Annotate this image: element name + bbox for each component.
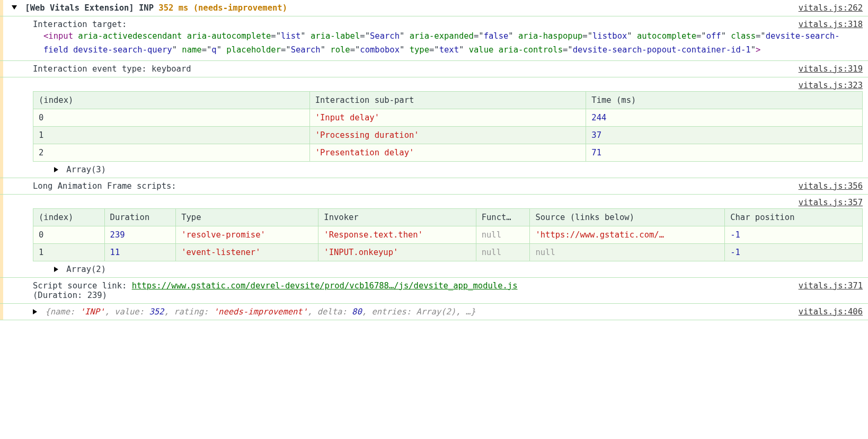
object-preview[interactable]: {name: 'INP', value: 352, rating: 'needs… bbox=[45, 307, 475, 317]
th-charpos: Char position bbox=[725, 208, 863, 226]
log-script-source-link: Script source link: https://www.gstatic.… bbox=[0, 277, 868, 304]
header-metric: INP bbox=[139, 3, 154, 13]
source-link[interactable]: vitals.js:262 bbox=[799, 3, 863, 13]
event-type-text: Interaction event type: keyboard bbox=[12, 64, 784, 74]
interaction-subparts-table: (index) Interaction sub-part Time (ms) 0… bbox=[33, 91, 863, 162]
script-link-prefix: Script source link: bbox=[33, 281, 132, 291]
th-time: Time (ms) bbox=[586, 91, 863, 109]
source-link[interactable]: vitals.js:371 bbox=[799, 281, 863, 291]
laf-label: Long Animation Frame scripts: bbox=[12, 181, 784, 191]
th-funct: Funct… bbox=[476, 208, 530, 226]
header-prefix: [Web Vitals Extension] bbox=[25, 3, 134, 13]
th-source: Source (links below) bbox=[530, 208, 725, 226]
expand-array-icon[interactable] bbox=[54, 167, 58, 172]
log-laf-label: Long Animation Frame scripts: vitals.js:… bbox=[0, 178, 868, 195]
table-row: 1'Processing duration'37 bbox=[33, 126, 863, 144]
log-table-laf-scripts: vitals.js:357 (index) Duration Type Invo… bbox=[0, 194, 868, 278]
table-row: 2'Presentation delay'71 bbox=[33, 144, 863, 161]
log-table-interaction-parts: vitals.js:323 (index) Interaction sub-pa… bbox=[0, 77, 868, 178]
th-type: Type bbox=[176, 208, 318, 226]
source-link[interactable]: vitals.js:319 bbox=[799, 64, 863, 74]
header-value: 352 ms (needs-improvement) bbox=[158, 3, 287, 13]
table-row: 0'Input delay'244 bbox=[33, 109, 863, 126]
expand-toggle-icon[interactable] bbox=[12, 5, 17, 10]
source-link[interactable]: vitals.js:323 bbox=[799, 81, 863, 90]
source-link[interactable]: vitals.js:357 bbox=[799, 198, 863, 207]
interaction-target-label: Interaction target: bbox=[12, 20, 784, 29]
laf-scripts-table: (index) Duration Type Invoker Funct… Sou… bbox=[33, 208, 863, 261]
th-subpart: Interaction sub-part bbox=[309, 91, 586, 109]
log-interaction-target: Interaction target: vitals.js:318 <input… bbox=[0, 16, 868, 61]
array-summary[interactable]: Array(3) bbox=[66, 165, 106, 174]
source-link[interactable]: vitals.js:318 bbox=[799, 20, 863, 29]
table-row: 111'event-listener''INPUT.onkeyup'nullnu… bbox=[33, 243, 863, 261]
log-event-type: Interaction event type: keyboard vitals.… bbox=[0, 60, 868, 77]
array-summary[interactable]: Array(2) bbox=[66, 265, 106, 274]
source-link[interactable]: vitals.js:406 bbox=[799, 307, 863, 317]
source-link[interactable]: vitals.js:356 bbox=[799, 181, 863, 191]
interaction-target-element[interactable]: <input aria-activedescendant aria-autoco… bbox=[12, 29, 863, 57]
script-duration: (Duration: 239) bbox=[33, 291, 518, 300]
th-index: (index) bbox=[33, 208, 105, 226]
expand-object-icon[interactable] bbox=[33, 309, 37, 314]
th-index: (index) bbox=[33, 91, 310, 109]
script-source-url[interactable]: https://www.gstatic.com/devrel-devsite/p… bbox=[132, 281, 518, 291]
th-duration: Duration bbox=[104, 208, 176, 226]
expand-array-icon[interactable] bbox=[54, 267, 58, 272]
log-object-summary[interactable]: {name: 'INP', value: 352, rating: 'needs… bbox=[0, 303, 868, 320]
log-header-row[interactable]: [Web Vitals Extension] INP 352 ms (needs… bbox=[0, 0, 868, 16]
table-row: 0239'resolve-promise''Response.text.then… bbox=[33, 226, 863, 243]
th-invoker: Invoker bbox=[318, 208, 476, 226]
